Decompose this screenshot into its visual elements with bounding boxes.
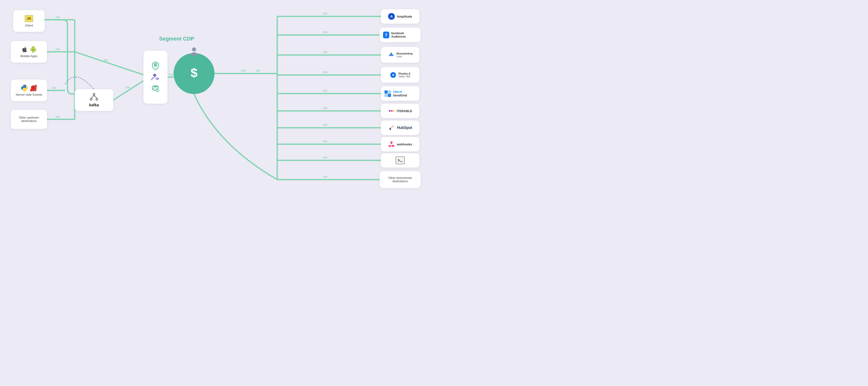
- mobile-icons: [21, 46, 37, 53]
- connections-svg: >> >> >> >> >> >> >> >> >>: [0, 0, 434, 193]
- svg-point-52: [153, 74, 156, 77]
- card-remarketing: Remarketing Lists: [381, 47, 420, 63]
- svg-rect-50: [154, 66, 157, 66]
- svg-rect-49: [154, 64, 157, 65]
- svg-point-55: [156, 89, 159, 92]
- svg-point-45: [90, 99, 92, 100]
- card-webhooks: webhooks: [381, 137, 420, 151]
- android-icon: [30, 46, 37, 53]
- svg-text:>>: >>: [52, 86, 56, 90]
- svg-line-10: [113, 81, 144, 100]
- js-icon: JS: [25, 15, 33, 22]
- svg-text:>>: >>: [104, 58, 108, 62]
- svg-point-69: [393, 126, 393, 127]
- svg-line-12: [75, 52, 144, 75]
- kafka-label: kafka: [89, 103, 99, 107]
- card-server: Server-side Events: [11, 80, 47, 101]
- svg-point-67: [393, 110, 394, 112]
- apple-icon: [21, 46, 28, 53]
- display-text: Display & Video 360: [398, 72, 410, 78]
- svg-line-48: [94, 95, 97, 98]
- card-hubspot: HubSpot: [381, 121, 420, 135]
- card-cdp: [144, 51, 167, 104]
- svg-rect-62: [388, 90, 391, 93]
- svg-text:>>: >>: [323, 139, 328, 144]
- hubspot-label: HubSpot: [397, 126, 412, 130]
- svg-rect-64: [388, 94, 391, 97]
- svg-point-70: [390, 128, 391, 130]
- card-client: JS Client: [13, 10, 44, 32]
- webhooks-label: webhooks: [397, 143, 412, 146]
- svg-text:>>: >>: [323, 30, 328, 34]
- svg-text:>>: >>: [323, 106, 328, 110]
- svg-text:>>: >>: [56, 115, 60, 119]
- svg-rect-63: [384, 94, 388, 97]
- svg-rect-61: [384, 90, 388, 93]
- server-label: Server-side Events: [16, 93, 42, 96]
- svg-line-47: [91, 95, 94, 98]
- hubspot-icon: [388, 124, 395, 131]
- svg-point-56: [192, 48, 196, 52]
- card-display: Display & Video 360: [381, 67, 420, 83]
- sendgrid-logo: [384, 90, 391, 97]
- svg-text:>>: >>: [323, 175, 328, 179]
- hubspot-logo: [388, 125, 395, 131]
- svg-text:>>: >>: [323, 11, 328, 16]
- terminal-icon: [396, 156, 405, 164]
- person-silhouette: [189, 47, 199, 57]
- remarketing-text: Remarketing Lists: [397, 52, 413, 58]
- svg-text:>>: >>: [323, 123, 328, 127]
- google-ads-icon: [388, 52, 394, 58]
- webhooks-logo: [388, 141, 395, 147]
- card-sendgrid: TWILIO SendGrid: [381, 86, 420, 101]
- card-terminal: [381, 153, 420, 168]
- svg-marker-40: [31, 85, 36, 91]
- mobile-label: Mobile Apps: [21, 54, 38, 58]
- svg-text:>>: >>: [323, 155, 328, 159]
- svg-point-44: [93, 93, 95, 95]
- svg-text:>>: >>: [125, 85, 130, 89]
- facebook-label: facebook Audiences: [391, 32, 417, 38]
- card-other-upstream: Other upstream destinations: [11, 110, 47, 129]
- svg-text:>>: >>: [241, 69, 246, 73]
- svg-rect-51: [154, 63, 157, 64]
- svg-point-53: [157, 78, 158, 79]
- svg-text:$: $: [190, 66, 197, 80]
- svg-point-54: [152, 85, 158, 88]
- amplitude-icon: A: [388, 13, 395, 20]
- segment-logo: $: [183, 63, 205, 84]
- svg-text:>>: >>: [323, 89, 328, 93]
- webhooks-icon: [388, 141, 395, 148]
- person-gear-icon: [151, 72, 160, 82]
- svg-point-71: [389, 145, 391, 147]
- shield-icon: [151, 61, 160, 70]
- other-upstream-label: Other upstream destinations: [14, 116, 43, 123]
- card-mobile: Mobile Apps: [11, 41, 47, 63]
- amplitude-label: Amplitude: [397, 15, 412, 18]
- display-icon: [390, 71, 397, 78]
- sendgrid-icon: [384, 90, 391, 97]
- ruby-icon: [30, 85, 37, 91]
- database-icon: [151, 84, 160, 93]
- svg-point-65: [391, 110, 392, 112]
- svg-point-72: [393, 145, 394, 147]
- svg-text:>>: >>: [56, 15, 60, 19]
- svg-text:>>: >>: [323, 50, 328, 54]
- kafka-icon: [90, 93, 98, 101]
- svg-text:>>: >>: [169, 72, 173, 77]
- card-amplitude: A Amplitude: [381, 9, 420, 24]
- svg-point-46: [96, 99, 98, 100]
- card-facebook: f facebook Audiences: [380, 28, 421, 42]
- svg-text:>>: >>: [255, 69, 260, 73]
- iterable-icon: [388, 108, 395, 114]
- terminal-logo: [397, 158, 403, 162]
- segment-cdp-circle: $: [174, 53, 215, 94]
- diagram-container: >> >> >> >> >> >> >> >> >>: [0, 0, 434, 193]
- client-label: Client: [25, 24, 33, 27]
- svg-point-66: [389, 110, 391, 112]
- cdp-label: Segment CDP: [159, 36, 194, 42]
- other-downstream-label: Other downstream destinations: [383, 176, 417, 183]
- card-iterable: ITERABLE: [381, 104, 420, 118]
- server-icons: [21, 85, 37, 91]
- facebook-icon: f: [383, 32, 389, 38]
